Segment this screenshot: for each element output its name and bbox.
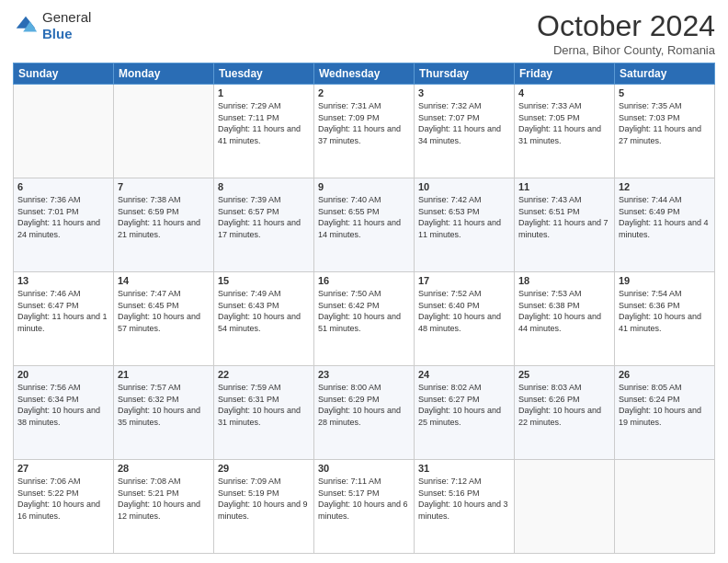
page: General Blue October 2024 Derna, Bihor C…	[0, 0, 728, 563]
day-number: 3	[418, 87, 510, 98]
day-number: 26	[619, 369, 711, 380]
day-info: Sunrise: 7:09 AM Sunset: 5:19 PM Dayligh…	[218, 476, 310, 522]
calendar-cell: 24Sunrise: 8:02 AM Sunset: 6:27 PM Dayli…	[415, 366, 515, 460]
calendar-cell: 11Sunrise: 7:43 AM Sunset: 6:51 PM Dayli…	[515, 178, 615, 272]
day-info: Sunrise: 7:43 AM Sunset: 6:51 PM Dayligh…	[518, 194, 610, 240]
day-number: 20	[17, 369, 109, 380]
calendar-cell: 27Sunrise: 7:06 AM Sunset: 5:22 PM Dayli…	[14, 460, 114, 554]
calendar-cell: 8Sunrise: 7:39 AM Sunset: 6:57 PM Daylig…	[214, 178, 314, 272]
day-number: 22	[218, 369, 310, 380]
day-info: Sunrise: 7:39 AM Sunset: 6:57 PM Dayligh…	[218, 194, 310, 240]
day-number: 6	[17, 181, 109, 192]
calendar-cell: 13Sunrise: 7:46 AM Sunset: 6:47 PM Dayli…	[14, 272, 114, 366]
day-info: Sunrise: 7:56 AM Sunset: 6:34 PM Dayligh…	[17, 382, 109, 428]
calendar-week-row: 20Sunrise: 7:56 AM Sunset: 6:34 PM Dayli…	[14, 366, 715, 460]
day-info: Sunrise: 7:31 AM Sunset: 7:09 PM Dayligh…	[318, 100, 410, 146]
calendar-week-row: 27Sunrise: 7:06 AM Sunset: 5:22 PM Dayli…	[14, 460, 715, 554]
day-info: Sunrise: 7:33 AM Sunset: 7:05 PM Dayligh…	[518, 100, 610, 146]
day-number: 28	[118, 463, 210, 474]
day-number: 21	[118, 369, 210, 380]
calendar-cell: 4Sunrise: 7:33 AM Sunset: 7:05 PM Daylig…	[515, 85, 615, 178]
calendar-cell: 5Sunrise: 7:35 AM Sunset: 7:03 PM Daylig…	[615, 85, 715, 178]
header: General Blue October 2024 Derna, Bihor C…	[13, 9, 715, 57]
day-info: Sunrise: 8:05 AM Sunset: 6:24 PM Dayligh…	[619, 382, 711, 428]
logo-icon	[13, 13, 39, 39]
day-header-thursday: Thursday	[415, 63, 515, 85]
title-block: October 2024 Derna, Bihor County, Romani…	[537, 9, 715, 57]
day-number: 7	[118, 181, 210, 192]
calendar-week-row: 1Sunrise: 7:29 AM Sunset: 7:11 PM Daylig…	[14, 85, 715, 178]
day-number: 27	[17, 463, 109, 474]
day-number: 1	[218, 87, 310, 98]
calendar-cell: 23Sunrise: 8:00 AM Sunset: 6:29 PM Dayli…	[314, 366, 415, 460]
day-info: Sunrise: 7:47 AM Sunset: 6:45 PM Dayligh…	[118, 288, 210, 334]
calendar-cell: 12Sunrise: 7:44 AM Sunset: 6:49 PM Dayli…	[615, 178, 715, 272]
calendar-cell: 14Sunrise: 7:47 AM Sunset: 6:45 PM Dayli…	[114, 272, 214, 366]
calendar-cell: 30Sunrise: 7:11 AM Sunset: 5:17 PM Dayli…	[314, 460, 415, 554]
day-header-saturday: Saturday	[615, 63, 715, 85]
day-info: Sunrise: 7:29 AM Sunset: 7:11 PM Dayligh…	[218, 100, 310, 146]
calendar-cell	[14, 85, 114, 178]
day-header-wednesday: Wednesday	[314, 63, 415, 85]
calendar-cell: 10Sunrise: 7:42 AM Sunset: 6:53 PM Dayli…	[415, 178, 515, 272]
day-number: 18	[518, 275, 610, 286]
calendar-cell: 31Sunrise: 7:12 AM Sunset: 5:16 PM Dayli…	[415, 460, 515, 554]
day-header-tuesday: Tuesday	[214, 63, 314, 85]
calendar-cell: 29Sunrise: 7:09 AM Sunset: 5:19 PM Dayli…	[214, 460, 314, 554]
calendar-week-row: 6Sunrise: 7:36 AM Sunset: 7:01 PM Daylig…	[14, 178, 715, 272]
day-number: 9	[318, 181, 410, 192]
calendar-cell: 21Sunrise: 7:57 AM Sunset: 6:32 PM Dayli…	[114, 366, 214, 460]
day-info: Sunrise: 7:52 AM Sunset: 6:40 PM Dayligh…	[418, 288, 510, 334]
day-info: Sunrise: 7:32 AM Sunset: 7:07 PM Dayligh…	[418, 100, 510, 146]
day-number: 8	[218, 181, 310, 192]
day-info: Sunrise: 8:02 AM Sunset: 6:27 PM Dayligh…	[418, 382, 510, 428]
day-number: 10	[418, 181, 510, 192]
calendar-cell: 20Sunrise: 7:56 AM Sunset: 6:34 PM Dayli…	[14, 366, 114, 460]
day-number: 13	[17, 275, 109, 286]
day-info: Sunrise: 7:49 AM Sunset: 6:43 PM Dayligh…	[218, 288, 310, 334]
day-number: 12	[619, 181, 711, 192]
calendar-cell: 9Sunrise: 7:40 AM Sunset: 6:55 PM Daylig…	[314, 178, 415, 272]
day-number: 5	[619, 87, 711, 98]
day-header-sunday: Sunday	[14, 63, 114, 85]
location: Derna, Bihor County, Romania	[537, 43, 715, 57]
day-info: Sunrise: 7:53 AM Sunset: 6:38 PM Dayligh…	[518, 288, 610, 334]
day-info: Sunrise: 7:57 AM Sunset: 6:32 PM Dayligh…	[118, 382, 210, 428]
day-info: Sunrise: 7:54 AM Sunset: 6:36 PM Dayligh…	[619, 288, 711, 334]
day-number: 2	[318, 87, 410, 98]
logo-blue: Blue	[42, 26, 73, 41]
day-info: Sunrise: 7:59 AM Sunset: 6:31 PM Dayligh…	[218, 382, 310, 428]
calendar-cell: 15Sunrise: 7:49 AM Sunset: 6:43 PM Dayli…	[214, 272, 314, 366]
calendar-cell: 26Sunrise: 8:05 AM Sunset: 6:24 PM Dayli…	[615, 366, 715, 460]
logo: General Blue	[13, 9, 91, 42]
calendar-cell	[114, 85, 214, 178]
calendar-cell: 7Sunrise: 7:38 AM Sunset: 6:59 PM Daylig…	[114, 178, 214, 272]
day-number: 24	[418, 369, 510, 380]
calendar-cell: 1Sunrise: 7:29 AM Sunset: 7:11 PM Daylig…	[214, 85, 314, 178]
day-info: Sunrise: 7:12 AM Sunset: 5:16 PM Dayligh…	[418, 476, 510, 522]
day-number: 31	[418, 463, 510, 474]
day-info: Sunrise: 7:40 AM Sunset: 6:55 PM Dayligh…	[318, 194, 410, 240]
day-info: Sunrise: 7:06 AM Sunset: 5:22 PM Dayligh…	[17, 476, 109, 522]
day-header-friday: Friday	[515, 63, 615, 85]
day-info: Sunrise: 7:35 AM Sunset: 7:03 PM Dayligh…	[619, 100, 711, 146]
day-info: Sunrise: 8:03 AM Sunset: 6:26 PM Dayligh…	[518, 382, 610, 428]
calendar-cell: 28Sunrise: 7:08 AM Sunset: 5:21 PM Dayli…	[114, 460, 214, 554]
calendar-week-row: 13Sunrise: 7:46 AM Sunset: 6:47 PM Dayli…	[14, 272, 715, 366]
calendar-cell: 19Sunrise: 7:54 AM Sunset: 6:36 PM Dayli…	[615, 272, 715, 366]
day-info: Sunrise: 7:38 AM Sunset: 6:59 PM Dayligh…	[118, 194, 210, 240]
logo-general: General	[42, 9, 91, 25]
day-number: 29	[218, 463, 310, 474]
day-number: 30	[318, 463, 410, 474]
day-header-monday: Monday	[114, 63, 214, 85]
day-number: 17	[418, 275, 510, 286]
calendar-cell: 2Sunrise: 7:31 AM Sunset: 7:09 PM Daylig…	[314, 85, 415, 178]
day-number: 4	[518, 87, 610, 98]
calendar: SundayMondayTuesdayWednesdayThursdayFrid…	[13, 63, 715, 554]
logo-text: General Blue	[42, 9, 91, 42]
calendar-cell: 25Sunrise: 8:03 AM Sunset: 6:26 PM Dayli…	[515, 366, 615, 460]
calendar-cell: 18Sunrise: 7:53 AM Sunset: 6:38 PM Dayli…	[515, 272, 615, 366]
day-info: Sunrise: 7:42 AM Sunset: 6:53 PM Dayligh…	[418, 194, 510, 240]
calendar-header-row: SundayMondayTuesdayWednesdayThursdayFrid…	[14, 63, 715, 85]
day-info: Sunrise: 7:50 AM Sunset: 6:42 PM Dayligh…	[318, 288, 410, 334]
